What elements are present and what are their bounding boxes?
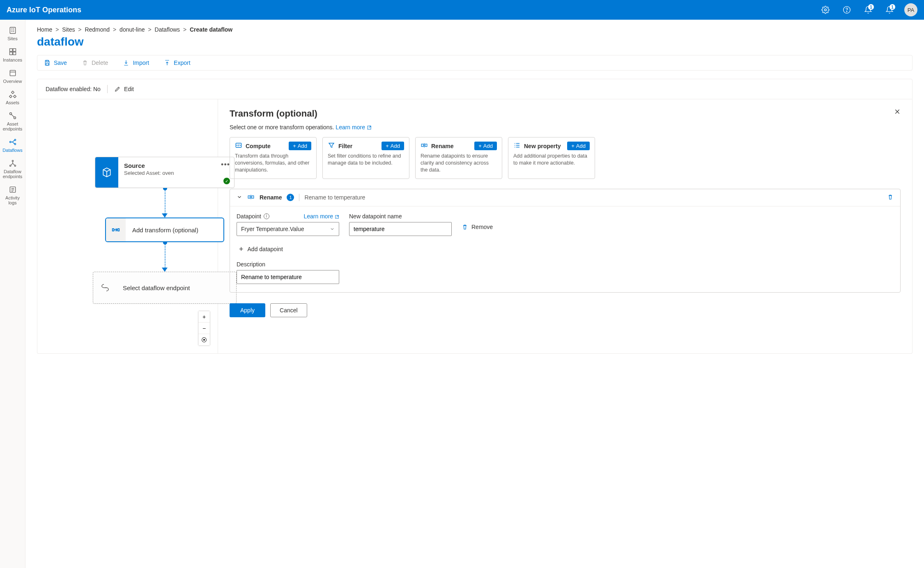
delete-section-icon[interactable] xyxy=(887,194,894,202)
zoom-fit-button[interactable]: ⦿ xyxy=(198,334,210,346)
svg-rect-6 xyxy=(9,52,12,55)
newname-input[interactable] xyxy=(349,222,452,236)
node-transform[interactable]: Add transform (optional) xyxy=(105,218,224,242)
svg-rect-27 xyxy=(252,196,254,198)
rail-label: Asset endpoints xyxy=(2,121,24,131)
zoom-out-button[interactable]: − xyxy=(198,323,210,334)
svg-rect-4 xyxy=(9,49,12,52)
card-newprop-title: New property xyxy=(524,143,561,149)
remove-label: Remove xyxy=(471,224,493,230)
add-newprop-button[interactable]: + Add xyxy=(567,142,590,150)
zoom-in-button[interactable]: + xyxy=(198,311,210,323)
connector-line xyxy=(165,188,165,217)
add-datapoint-button[interactable]: + Add datapoint xyxy=(237,242,894,257)
breadcrumb-item[interactable]: Redmond xyxy=(85,26,110,33)
node-source-title: Source xyxy=(124,162,228,169)
learn-more-datapoint-link[interactable]: Learn more xyxy=(304,213,339,220)
import-button[interactable]: Import xyxy=(123,60,149,66)
card-rename-title: Rename xyxy=(431,143,453,149)
newname-label: New datapoint name xyxy=(349,213,452,220)
breadcrumb-item[interactable]: Dataflows xyxy=(155,26,180,33)
rename-icon xyxy=(421,142,428,150)
add-datapoint-label: Add datapoint xyxy=(248,246,283,252)
endpoint-icon xyxy=(93,272,118,303)
page-title: dataflow xyxy=(37,35,913,48)
toolbar: Save Delete Import Export xyxy=(37,55,913,71)
svg-rect-24 xyxy=(421,144,423,147)
list-icon xyxy=(513,142,521,150)
export-label: Export xyxy=(174,60,190,66)
svg-point-14 xyxy=(12,160,13,162)
notification-icon-1[interactable]: 1 xyxy=(862,3,875,16)
rail-item-instances[interactable]: Instances xyxy=(0,44,25,66)
svg-rect-7 xyxy=(13,52,16,55)
save-button[interactable]: Save xyxy=(44,60,67,66)
svg-point-11 xyxy=(9,141,11,142)
learn-more-link[interactable]: Learn more xyxy=(336,124,371,131)
svg-rect-21 xyxy=(118,229,120,231)
breadcrumb-item[interactable]: donut-line xyxy=(120,26,145,33)
chevron-down-icon xyxy=(330,227,335,231)
datapoint-select[interactable]: Fryer Temperature.Value xyxy=(237,222,339,236)
edit-button[interactable]: Edit xyxy=(114,86,134,92)
card-newprop-desc: Add additional properties to data to mak… xyxy=(513,153,590,167)
svg-point-0 xyxy=(825,9,827,11)
card-new-property: New property + Add Add additional proper… xyxy=(508,137,595,179)
dataflow-canvas: Source Selected Asset: oven ••• ✓ Add tr… xyxy=(37,99,218,353)
connector-line xyxy=(165,243,165,271)
svg-point-13 xyxy=(14,143,16,144)
transform-icon xyxy=(106,218,126,241)
status-bar: Dataflow enabled: No Edit xyxy=(37,79,913,99)
rail-label: Sites xyxy=(7,36,17,41)
rail-item-dataflow-endpoints[interactable]: Dataflow endpoints xyxy=(0,156,25,182)
add-filter-button[interactable]: + Add xyxy=(382,142,404,150)
card-filter-desc: Set filter conditions to refine and mana… xyxy=(328,153,404,167)
rail-item-assets[interactable]: Assets xyxy=(0,87,25,108)
rail-label: Dataflows xyxy=(2,148,22,153)
arrow-down-icon xyxy=(162,213,168,218)
rail-item-activity-logs[interactable]: Activity logs xyxy=(0,182,25,208)
svg-rect-20 xyxy=(113,229,114,231)
svg-rect-3 xyxy=(10,27,15,34)
export-button[interactable]: Export xyxy=(164,60,190,66)
settings-icon[interactable] xyxy=(819,3,832,16)
breadcrumb-item[interactable]: Home xyxy=(37,26,52,33)
section-title: Rename xyxy=(260,194,282,201)
help-icon[interactable] xyxy=(840,3,853,16)
breadcrumb-item[interactable]: Sites xyxy=(62,26,75,33)
save-label: Save xyxy=(54,60,67,66)
svg-point-2 xyxy=(846,11,847,12)
notification-icon-2[interactable]: 1 xyxy=(883,3,896,16)
card-filter-title: Filter xyxy=(338,143,352,149)
description-label: Description xyxy=(237,261,894,268)
node-source[interactable]: Source Selected Asset: oven ••• ✓ xyxy=(95,157,234,188)
rail-item-dataflows[interactable]: Dataflows xyxy=(0,135,25,156)
add-compute-button[interactable]: + Add xyxy=(289,142,311,150)
cancel-button[interactable]: Cancel xyxy=(270,303,307,317)
node-transform-title: Add transform (optional) xyxy=(126,218,223,241)
filter-icon xyxy=(328,142,335,150)
add-rename-button[interactable]: + Add xyxy=(474,142,497,150)
section-subtitle: Rename to temperature xyxy=(304,194,365,201)
chevron-down-icon[interactable] xyxy=(237,194,242,201)
info-icon[interactable]: i xyxy=(264,213,269,219)
datapoint-label: Datapoint i xyxy=(237,213,269,220)
svg-rect-26 xyxy=(248,196,250,198)
rail-item-asset-endpoints[interactable]: Asset endpoints xyxy=(0,108,25,135)
rail-item-overview[interactable]: Overview xyxy=(0,66,25,87)
node-endpoint[interactable]: Select dataflow endpoint xyxy=(93,272,237,304)
avatar[interactable]: PA xyxy=(904,3,917,16)
close-icon[interactable] xyxy=(894,108,901,116)
svg-point-15 xyxy=(9,165,11,166)
notification-badge-2: 1 xyxy=(890,4,895,10)
notification-badge-1: 1 xyxy=(868,4,874,10)
card-compute-desc: Transform data through conversions, form… xyxy=(235,153,311,174)
remove-button[interactable]: Remove xyxy=(462,224,493,230)
svg-point-16 xyxy=(14,165,16,166)
description-input[interactable] xyxy=(237,270,339,284)
transform-panel: Transform (optional) Select one or more … xyxy=(218,99,912,353)
apply-button[interactable]: Apply xyxy=(230,303,265,317)
rail-item-sites[interactable]: Sites xyxy=(0,23,25,44)
svg-rect-19 xyxy=(46,63,48,65)
card-compute: Compute + Add Transform data through con… xyxy=(230,137,317,179)
